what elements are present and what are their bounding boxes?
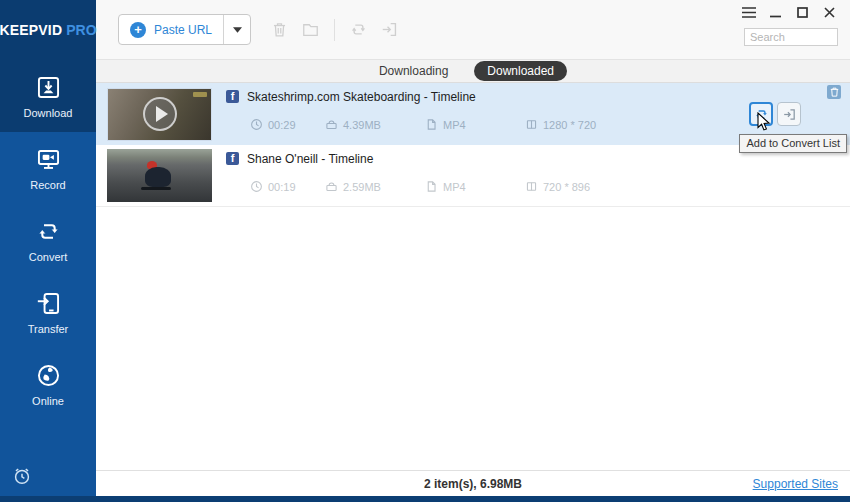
keepvid-window: KEEPVID PRO + Paste URL [0, 0, 850, 502]
tooltip: Add to Convert List [739, 134, 847, 153]
resolution-icon [525, 180, 538, 193]
transfer-icon [35, 290, 62, 317]
resolution-value: 1280 * 720 [543, 119, 596, 131]
search-input[interactable] [744, 28, 838, 46]
transfer-icon [782, 107, 797, 122]
play-icon[interactable] [143, 97, 177, 131]
convert-button[interactable] [349, 20, 368, 39]
tab-downloaded[interactable]: Downloaded [474, 61, 567, 81]
sidebar-item-online[interactable]: Online [0, 348, 96, 420]
video-title: Shane O'neill - Timeline [247, 152, 373, 166]
sidebar-item-label: Download [24, 107, 73, 119]
maximize-button[interactable] [795, 6, 810, 19]
app-logo: KEEPVID PRO [0, 0, 96, 60]
toolbar: + Paste URL [96, 0, 850, 60]
size-icon [325, 118, 338, 131]
duration-icon [250, 180, 263, 193]
sidebar-item-transfer[interactable]: Transfer [0, 276, 96, 348]
video-thumbnail-2[interactable] [107, 149, 212, 202]
logo-brand: KEEPVID [0, 22, 62, 38]
sidebar-item-record[interactable]: Record [0, 132, 96, 204]
size-icon [325, 180, 338, 193]
list-tabs: Downloading Downloaded [96, 60, 850, 83]
size-value: 4.39MB [343, 119, 381, 131]
sidebar-item-convert[interactable]: Convert [0, 204, 96, 276]
schedule-icon[interactable] [11, 465, 33, 487]
close-icon [824, 7, 835, 18]
sidebar-item-label: Online [32, 395, 64, 407]
resolution-value: 720 * 896 [543, 181, 590, 193]
sidebar-item-label: Convert [29, 251, 68, 263]
window-controls [741, 6, 837, 19]
menu-icon [742, 7, 756, 18]
facebook-icon: f [226, 152, 239, 165]
video-thumbnail-1[interactable] [107, 88, 212, 141]
sidebar-item-label: Record [30, 179, 65, 191]
minimize-button[interactable] [768, 6, 783, 19]
thumbnail-skater-figure [145, 167, 171, 187]
duration-icon [250, 118, 263, 131]
format-icon [425, 180, 438, 193]
format-value: MP4 [443, 119, 466, 131]
window-bottom-edge [0, 496, 850, 502]
duration-value: 00:19 [268, 181, 296, 193]
download-row-1[interactable]: f Skateshrimp.com Skateboarding - Timeli… [96, 83, 850, 145]
download-icon [35, 74, 62, 101]
thumbnail-skateboard [141, 187, 171, 190]
resolution-icon [525, 118, 538, 131]
add-icon: + [130, 22, 146, 38]
status-bar: 2 item(s), 6.98MB Supported Sites [96, 470, 850, 496]
format-icon [425, 118, 438, 131]
close-button[interactable] [822, 6, 837, 19]
convert-icon [754, 107, 769, 122]
downloaded-list: f Skateshrimp.com Skateboarding - Timeli… [96, 83, 850, 470]
thumbnail-watermark [193, 92, 207, 97]
items-summary: 2 item(s), 6.98MB [96, 477, 850, 491]
duration-value: 00:29 [268, 119, 296, 131]
tab-downloading[interactable]: Downloading [379, 64, 448, 78]
add-to-transfer-button[interactable] [777, 102, 801, 126]
format-value: MP4 [443, 181, 466, 193]
trash-icon [830, 87, 839, 97]
record-icon [35, 146, 62, 173]
download-row-2[interactable]: f Shane O'neill - Timeline 00:19 2.59MB [96, 145, 850, 207]
add-to-convert-button[interactable] [749, 102, 773, 126]
minimize-icon [770, 7, 781, 18]
play-triangle [156, 106, 168, 122]
delete-button[interactable] [270, 20, 289, 39]
sidebar-item-download[interactable]: Download [0, 60, 96, 132]
size-value: 2.59MB [343, 181, 381, 193]
paste-url-label: Paste URL [154, 23, 212, 37]
supported-sites-link[interactable]: Supported Sites [753, 477, 838, 491]
paste-url-button[interactable]: + Paste URL [118, 14, 251, 45]
toolbar-divider [334, 19, 335, 41]
sidebar-item-label: Transfer [28, 323, 69, 335]
sidebar: Download Record Convert Transfer [0, 60, 96, 496]
open-folder-button[interactable] [301, 20, 320, 39]
transfer-button[interactable] [380, 20, 399, 39]
convert-icon [35, 218, 62, 245]
logo-edition: PRO [66, 22, 96, 38]
dropdown-caret-icon [233, 27, 242, 33]
paste-url-dropdown[interactable] [224, 27, 250, 33]
menu-button[interactable] [741, 6, 756, 19]
facebook-icon: f [226, 90, 239, 103]
delete-row-button[interactable] [827, 85, 841, 99]
video-title: Skateshrimp.com Skateboarding - Timeline [247, 90, 476, 104]
maximize-icon [797, 7, 808, 18]
online-icon [35, 362, 62, 389]
video-meta-2: 00:19 2.59MB MP4 [226, 180, 850, 193]
